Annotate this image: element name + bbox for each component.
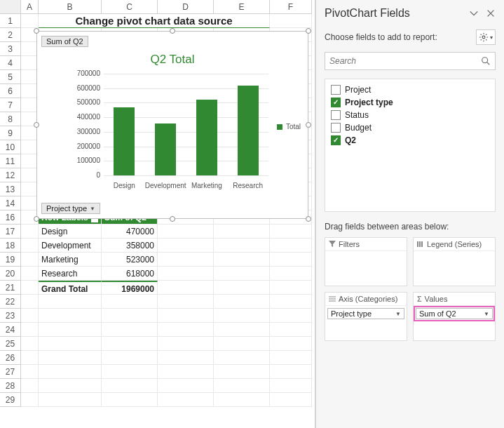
row-header[interactable]: 22 [0,295,21,309]
field-item[interactable]: Status [328,109,492,121]
row-header[interactable]: 10 [0,140,21,154]
pivot-row-value[interactable]: 470000 [102,225,158,239]
pivot-row-value[interactable]: 358000 [102,239,158,253]
cell[interactable] [21,309,39,323]
legend-area[interactable]: Legend (Series) [413,237,496,286]
field-item[interactable]: Q2 [328,134,492,147]
resize-handle[interactable] [34,122,39,128]
row-header[interactable]: 12 [0,168,21,182]
chart-bar[interactable] [114,107,135,175]
cell[interactable] [158,393,214,407]
close-icon[interactable] [486,8,496,18]
cell[interactable] [270,225,312,239]
pivot-grand-total-label[interactable]: Grand Total [39,281,102,295]
cell[interactable] [102,337,158,351]
cell[interactable] [270,323,312,337]
cell[interactable] [102,309,158,323]
row-header[interactable]: 20 [0,267,21,281]
field-list[interactable]: ProjectProject typeStatusBudgetQ2 [325,79,496,212]
row-header[interactable]: 28 [0,379,21,393]
pivot-grand-total-value[interactable]: 1969000 [102,281,158,295]
cell[interactable] [39,295,102,309]
row-header[interactable]: 27 [0,365,21,379]
cell[interactable] [158,309,214,323]
cell[interactable] [270,351,312,365]
cell[interactable] [270,239,312,253]
cell[interactable] [21,351,39,365]
row-header[interactable]: 23 [0,309,21,323]
field-search[interactable] [325,52,496,70]
cell[interactable] [158,267,214,281]
select-all-corner[interactable] [0,0,21,14]
axis-area[interactable]: Axis (Categories) Project type▼ [325,292,407,341]
resize-handle[interactable] [306,216,311,222]
cell[interactable] [270,379,312,393]
cell[interactable] [39,393,102,407]
column-header[interactable]: E [214,0,270,14]
filters-area[interactable]: Filters [325,237,407,286]
cell[interactable] [21,14,39,28]
field-list-options-button[interactable]: ▾ [476,29,496,45]
page-title[interactable]: Change pivot chart data source [39,14,270,28]
pivot-row-label[interactable]: Development [39,239,102,253]
row-header[interactable]: 8 [0,112,21,126]
cell[interactable] [102,365,158,379]
checkbox[interactable] [331,85,341,95]
column-header[interactable]: C [102,0,158,14]
cell[interactable] [21,267,39,281]
row-header[interactable]: 5 [0,70,21,84]
cell[interactable] [270,309,312,323]
row-header[interactable]: 21 [0,281,21,295]
cell[interactable] [21,365,39,379]
cell[interactable] [214,253,270,267]
cell[interactable] [158,365,214,379]
row-header[interactable]: 11 [0,154,21,168]
chart-field-pill-axis[interactable]: Project type ▼ [41,203,100,214]
resize-handle[interactable] [306,122,311,128]
cell[interactable] [214,225,270,239]
cell[interactable] [270,267,312,281]
row-header[interactable]: 9 [0,126,21,140]
resize-handle[interactable] [170,28,175,34]
row-header[interactable]: 17 [0,225,21,239]
cell[interactable] [214,393,270,407]
search-input[interactable] [329,56,481,66]
row-header[interactable]: 13 [0,182,21,196]
field-item[interactable]: Project [328,83,492,96]
row-header[interactable]: 25 [0,337,21,351]
cell[interactable] [21,281,39,295]
cell[interactable] [102,323,158,337]
cell[interactable] [21,337,39,351]
cell[interactable] [270,253,312,267]
cell[interactable] [21,239,39,253]
cell[interactable] [158,253,214,267]
pivot-row-label[interactable]: Marketing [39,253,102,267]
cell[interactable] [39,337,102,351]
pivot-row-value[interactable]: 523000 [102,253,158,267]
cell[interactable] [39,309,102,323]
chart-bar[interactable] [196,100,217,175]
cell[interactable] [102,379,158,393]
resize-handle[interactable] [34,28,39,34]
pivot-row-label[interactable]: Research [39,267,102,281]
row-header[interactable]: 29 [0,393,21,407]
resize-handle[interactable] [170,216,175,222]
cell[interactable] [270,365,312,379]
cell[interactable] [270,295,312,309]
checkbox[interactable] [331,110,341,120]
cell[interactable] [21,323,39,337]
cell[interactable] [21,295,39,309]
cell[interactable] [21,253,39,267]
cell[interactable] [39,323,102,337]
column-header[interactable]: B [39,0,102,14]
cell[interactable] [214,239,270,253]
pivot-row-value[interactable]: 618000 [102,267,158,281]
cell[interactable] [270,337,312,351]
cell[interactable] [158,295,214,309]
pivot-row-label[interactable]: Design [39,225,102,239]
resize-handle[interactable] [34,216,39,222]
row-header[interactable]: 1 [0,14,21,28]
column-header[interactable]: F [270,0,312,14]
cell[interactable] [214,295,270,309]
cell[interactable] [102,351,158,365]
